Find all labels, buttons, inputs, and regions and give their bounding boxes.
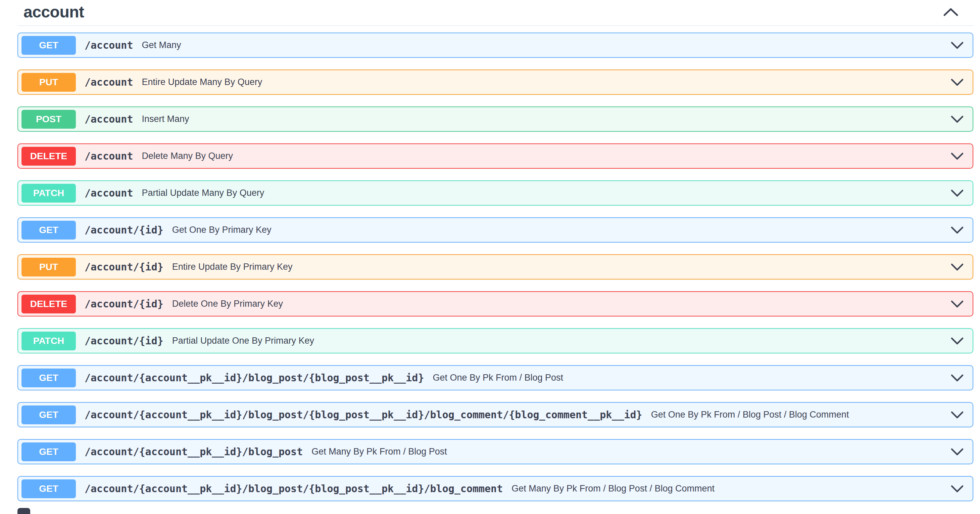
method-badge: POST <box>21 110 76 129</box>
partial-next-block <box>18 508 30 514</box>
method-badge: DELETE <box>21 147 76 166</box>
endpoint-path: /account <box>84 113 133 125</box>
endpoint-summary: Get One By Pk From / Blog Post <box>433 373 944 383</box>
method-badge: GET <box>21 442 76 461</box>
endpoint-summary: Get One By Primary Key <box>172 225 944 235</box>
api-docs-page: account GET /account Get Many PUT /accou… <box>0 0 980 501</box>
method-badge: PATCH <box>21 332 76 350</box>
chevron-up-icon[interactable] <box>943 8 959 16</box>
endpoint-row-get-0[interactable]: GET /account Get Many <box>18 33 973 58</box>
method-badge: PATCH <box>21 184 76 203</box>
endpoint-summary: Delete One By Primary Key <box>172 299 944 309</box>
endpoint-path: /account <box>84 150 133 162</box>
endpoint-path: /account/{id} <box>84 261 164 273</box>
method-badge: PUT <box>21 258 76 276</box>
endpoint-path: /account/{account__pk__id}/blog_post/{bl… <box>84 483 503 495</box>
endpoint-row-post-2[interactable]: POST /account Insert Many <box>18 107 973 132</box>
endpoint-row-get-11[interactable]: GET /account/{account__pk__id}/blog_post… <box>18 439 973 464</box>
endpoint-path: /account <box>84 39 133 51</box>
method-badge: GET <box>21 221 76 239</box>
endpoint-summary: Partial Update One By Primary Key <box>172 335 944 346</box>
method-badge: PUT <box>21 73 76 92</box>
endpoint-row-put-6[interactable]: PUT /account/{id} Entire Update By Prima… <box>18 254 973 279</box>
endpoint-summary: Partial Update Many By Query <box>142 188 944 198</box>
endpoint-path: /account/{id} <box>84 298 164 310</box>
endpoint-summary: Delete Many By Query <box>142 151 944 161</box>
method-badge: GET <box>21 479 76 498</box>
endpoint-path: /account/{id} <box>84 335 164 347</box>
endpoint-row-delete-7[interactable]: DELETE /account/{id} Delete One By Prima… <box>18 291 973 316</box>
endpoint-row-get-10[interactable]: GET /account/{account__pk__id}/blog_post… <box>18 402 973 427</box>
endpoint-path: /account/{account__pk__id}/blog_post <box>84 446 303 458</box>
tag-header[interactable]: account <box>18 0 973 26</box>
endpoint-summary: Entire Update By Primary Key <box>172 262 944 272</box>
endpoint-row-get-9[interactable]: GET /account/{account__pk__id}/blog_post… <box>18 365 973 390</box>
endpoint-path: /account <box>84 76 133 88</box>
chevron-down-icon[interactable] <box>944 115 964 123</box>
chevron-down-icon[interactable] <box>944 374 964 382</box>
endpoint-row-get-12[interactable]: GET /account/{account__pk__id}/blog_post… <box>18 476 973 501</box>
endpoint-path: /account/{id} <box>84 224 164 236</box>
endpoint-row-delete-3[interactable]: DELETE /account Delete Many By Query <box>18 144 973 169</box>
chevron-down-icon[interactable] <box>944 189 964 197</box>
chevron-down-icon[interactable] <box>944 78 964 86</box>
endpoint-list: GET /account Get Many PUT /account Entir… <box>18 26 973 501</box>
chevron-down-icon[interactable] <box>944 226 964 234</box>
endpoint-row-patch-8[interactable]: PATCH /account/{id} Partial Update One B… <box>18 328 973 353</box>
endpoint-summary: Get Many By Pk From / Blog Post <box>312 447 944 457</box>
endpoint-path: /account/{account__pk__id}/blog_post/{bl… <box>84 372 424 384</box>
endpoint-row-get-5[interactable]: GET /account/{id} Get One By Primary Key <box>18 217 973 243</box>
tag-section-account: account GET /account Get Many PUT /accou… <box>0 0 980 501</box>
method-badge: DELETE <box>21 295 76 313</box>
endpoint-summary: Get Many By Pk From / Blog Post / Blog C… <box>511 484 944 494</box>
method-badge: GET <box>21 369 76 387</box>
endpoint-path: /account <box>84 187 133 199</box>
endpoint-summary: Get Many <box>142 40 944 50</box>
endpoint-row-patch-4[interactable]: PATCH /account Partial Update Many By Qu… <box>18 180 973 206</box>
section-title: account <box>24 4 84 20</box>
chevron-down-icon[interactable] <box>944 263 964 271</box>
chevron-down-icon[interactable] <box>944 337 964 345</box>
method-badge: GET <box>21 405 76 424</box>
chevron-down-icon[interactable] <box>944 411 964 419</box>
chevron-down-icon[interactable] <box>944 42 964 49</box>
endpoint-summary: Insert Many <box>142 114 944 124</box>
endpoint-path: /account/{account__pk__id}/blog_post/{bl… <box>84 409 643 421</box>
chevron-down-icon[interactable] <box>944 485 964 493</box>
chevron-down-icon[interactable] <box>944 300 964 308</box>
chevron-down-icon[interactable] <box>944 152 964 160</box>
endpoint-row-put-1[interactable]: PUT /account Entire Update Many By Query <box>18 70 973 95</box>
method-badge: GET <box>21 36 76 55</box>
chevron-down-icon[interactable] <box>944 448 964 456</box>
endpoint-summary: Get One By Pk From / Blog Post / Blog Co… <box>651 410 944 420</box>
endpoint-summary: Entire Update Many By Query <box>142 77 944 87</box>
